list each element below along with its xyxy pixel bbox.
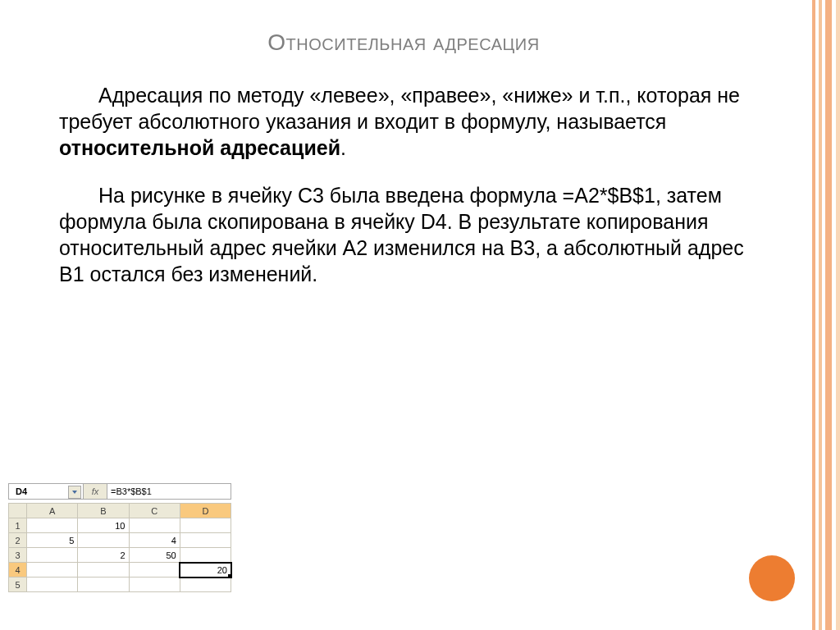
cell-c1[interactable] (129, 518, 180, 533)
accent-bar (812, 0, 815, 630)
slide-title: Относительная адресация (0, 30, 807, 56)
row-header-5[interactable]: 5 (9, 578, 27, 592)
paragraph-1: Адресация по методу «левее», «правее», «… (59, 82, 773, 161)
formula-input[interactable]: =B3*$B$1 (107, 484, 231, 499)
col-header-d[interactable]: D (180, 504, 231, 518)
slide: Относительная адресация Адресация по мет… (0, 0, 840, 630)
row-2: 2 5 4 (9, 533, 231, 548)
row-4: 4 20 (9, 563, 231, 578)
accent-bar (819, 0, 822, 630)
cell-c4[interactable] (129, 563, 180, 578)
cell-c5[interactable] (129, 578, 180, 592)
row-5: 5 (9, 578, 231, 592)
column-header-row: A B C D (9, 504, 231, 518)
cell-a2[interactable]: 5 (27, 533, 78, 548)
accent-bar (836, 0, 840, 630)
col-header-b[interactable]: B (78, 504, 129, 518)
cell-d1[interactable] (180, 518, 231, 533)
cell-b4[interactable] (78, 563, 129, 578)
paragraph-1-tail: . (340, 136, 346, 159)
grid: A B C D 1 10 2 5 4 3 2 (8, 503, 231, 592)
formula-bar: D4 fx =B3*$B$1 (8, 483, 231, 500)
cell-c3[interactable]: 50 (129, 548, 180, 563)
name-box-dropdown-icon[interactable] (68, 486, 81, 499)
spreadsheet: D4 fx =B3*$B$1 A B C D 1 10 (8, 483, 231, 592)
accent-bar (825, 0, 832, 630)
cell-b5[interactable] (78, 578, 129, 592)
cell-a1[interactable] (27, 518, 78, 533)
paragraph-2: На рисунке в ячейку С3 была введена форм… (59, 182, 773, 287)
row-header-3[interactable]: 3 (9, 548, 27, 563)
cell-d3[interactable] (180, 548, 231, 563)
name-box-value: D4 (16, 486, 27, 496)
accent-dot (749, 555, 795, 601)
cell-d4[interactable]: 20 (180, 563, 231, 578)
name-box[interactable]: D4 (9, 484, 84, 499)
col-header-a[interactable]: A (27, 504, 78, 518)
row-1: 1 10 (9, 518, 231, 533)
paragraph-1-text: Адресация по методу «левее», «правее», «… (59, 84, 740, 133)
paragraph-1-bold: относительной адресацией (59, 136, 340, 159)
row-header-2[interactable]: 2 (9, 533, 27, 548)
cell-c2[interactable]: 4 (129, 533, 180, 548)
cell-a3[interactable] (27, 548, 78, 563)
cell-b2[interactable] (78, 533, 129, 548)
select-all-corner[interactable] (9, 504, 27, 518)
row-header-4[interactable]: 4 (9, 563, 27, 578)
cell-d2[interactable] (180, 533, 231, 548)
cell-d5[interactable] (180, 578, 231, 592)
slide-body: Адресация по методу «левее», «правее», «… (59, 82, 773, 308)
cell-a4[interactable] (27, 563, 78, 578)
cell-b3[interactable]: 2 (78, 548, 129, 563)
cell-a5[interactable] (27, 578, 78, 592)
cell-b1[interactable]: 10 (78, 518, 129, 533)
col-header-c[interactable]: C (129, 504, 180, 518)
row-3: 3 2 50 (9, 548, 231, 563)
row-header-1[interactable]: 1 (9, 518, 27, 533)
fx-label[interactable]: fx (84, 484, 107, 499)
